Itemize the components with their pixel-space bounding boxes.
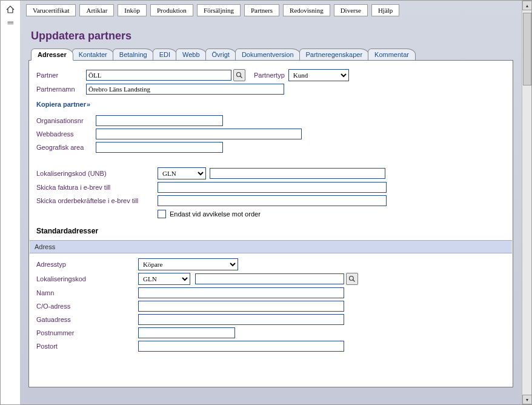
gatuadress-label: Gatuadress (36, 316, 138, 323)
partner-input[interactable] (86, 70, 231, 81)
postort-label: Postort (36, 343, 138, 350)
lokaliseringskod-label: Lokaliseringskod (36, 275, 138, 283)
webbadress-input[interactable] (96, 129, 302, 139)
page-title: Uppdatera partners (20, 19, 522, 49)
main-area: Varucertifikat Artiklar Inköp Produktion… (20, 1, 522, 404)
tab-edi[interactable]: EDI (153, 49, 177, 60)
tab-kommentar[interactable]: Kommentar (368, 49, 416, 60)
namn-label: Namn (36, 289, 138, 296)
menu-inkop[interactable]: Inköp (118, 4, 147, 16)
lokaliseringskod-unb-input[interactable] (210, 168, 385, 179)
webbadress-label: Webbadress (36, 130, 96, 138)
partnernamn-label: Partnernamn (36, 85, 86, 93)
scroll-up-button[interactable]: ▴ (522, 1, 532, 10)
tab-panel: Partner Partnertyp Kund Partnernamn Kopi… (28, 60, 513, 387)
menu-varucertifikat[interactable]: Varucertifikat (26, 4, 76, 16)
namn-input[interactable] (138, 287, 344, 298)
tab-adresser[interactable]: Adresser (31, 49, 73, 61)
postort-input[interactable] (138, 341, 344, 352)
kopiera-partner-text: Kopiera partner (36, 101, 86, 108)
home-icon[interactable] (4, 5, 17, 16)
lines-icon[interactable]: ≡≡ (4, 18, 17, 28)
tab-webb[interactable]: Webb (176, 49, 207, 60)
partnernamn-input[interactable] (86, 84, 284, 95)
partner-search-button[interactable] (233, 69, 245, 81)
tab-ovrigt[interactable]: Övrigt (205, 49, 236, 60)
lokaliseringskod-search-button[interactable] (346, 273, 358, 285)
partner-label: Partner (36, 72, 86, 79)
tab-partneregenskaper[interactable]: Partneregenskaper (299, 49, 370, 60)
co-adress-input[interactable] (138, 301, 344, 312)
postnummer-label: Postnummer (36, 329, 138, 336)
lokaliseringskod-input[interactable] (195, 273, 344, 284)
postnummer-input[interactable] (138, 327, 235, 338)
adresstyp-select[interactable]: Köpare (138, 258, 238, 270)
menu-forsaljning[interactable]: Försäljning (197, 4, 241, 16)
menu-partners[interactable]: Partners (244, 4, 279, 16)
skicka-order-input[interactable] (158, 195, 387, 206)
menu-hjalp[interactable]: Hjälp (371, 4, 399, 16)
adress-section-bar: Adress (30, 240, 512, 253)
endast-avvikelse-label: Endast vid avvikelse mot order (170, 210, 261, 218)
svg-line-1 (241, 76, 242, 78)
tabs: Adresser Kontakter Betalning EDI Webb Öv… (20, 49, 522, 60)
menu-artiklar[interactable]: Artiklar (79, 4, 114, 16)
svg-point-2 (350, 276, 354, 281)
scroll-down-button[interactable]: ▾ (522, 395, 532, 404)
menu-diverse[interactable]: Diverse (334, 4, 368, 16)
gatuadress-input[interactable] (138, 314, 344, 325)
left-rail: ≡≡ (1, 1, 20, 404)
menubar: Varucertifikat Artiklar Inköp Produktion… (20, 1, 522, 19)
geografisk-area-input[interactable] (96, 142, 223, 153)
co-adress-label: C/O-adress (36, 303, 138, 310)
partnertyp-select[interactable]: Kund (288, 69, 349, 81)
organisationsnr-label: Organisationsnr (36, 117, 96, 124)
svg-point-0 (237, 73, 241, 77)
skicka-faktura-input[interactable] (158, 182, 387, 193)
lokaliseringskod-unb-select[interactable]: GLN (158, 167, 206, 179)
endast-avvikelse-checkbox[interactable] (158, 210, 166, 218)
skicka-faktura-label: Skicka faktura i e-brev till (36, 184, 158, 191)
search-icon (236, 72, 243, 79)
geografisk-area-label: Geografisk area (36, 144, 96, 151)
raquo-icon: » (86, 101, 89, 108)
svg-line-3 (353, 280, 355, 282)
kopiera-partner-link[interactable]: Kopiera partner » (36, 97, 89, 113)
tab-kontakter[interactable]: Kontakter (72, 49, 114, 60)
scroll-thumb[interactable] (523, 13, 531, 85)
partnertyp-label: Partnertyp (254, 72, 285, 79)
adresstyp-label: Adresstyp (36, 261, 138, 268)
standardadresser-heading: Standardadresser (36, 227, 505, 235)
scrollbar[interactable]: ▴ ▾ (522, 1, 531, 404)
organisationsnr-input[interactable] (96, 115, 223, 126)
menu-produktion[interactable]: Produktion (150, 4, 193, 16)
lokaliseringskod-unb-label: Lokaliseringskod (UNB) (36, 170, 158, 177)
skicka-order-label: Skicka orderbekräftelse i e-brev till (36, 197, 158, 204)
lokaliseringskod-select[interactable]: GLN (138, 273, 190, 285)
search-icon (348, 275, 356, 283)
tab-betalning[interactable]: Betalning (113, 49, 154, 60)
tab-dokumentversion[interactable]: Dokumentversion (235, 49, 301, 60)
menu-redovisning[interactable]: Redovisning (283, 4, 330, 16)
